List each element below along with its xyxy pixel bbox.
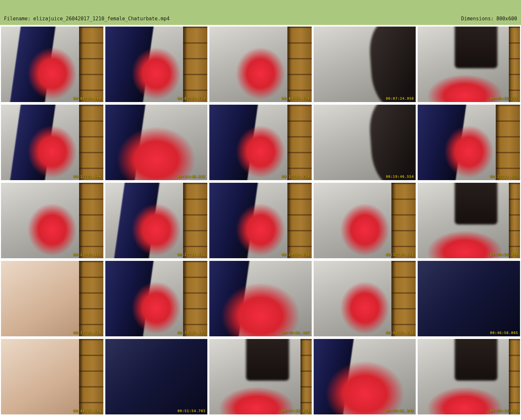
timestamp-overlay: 00:02:28.319 [177, 96, 205, 101]
shelf-backdrop [287, 105, 312, 180]
red-backdrop [28, 125, 77, 178]
shelf-backdrop [79, 183, 103, 258]
video-thumbnail: 00:42:01.427 [209, 261, 312, 336]
timestamp-overlay: 00:42:01.427 [281, 331, 309, 335]
video-thumbnail: 00:27:11.511 [105, 183, 208, 258]
dimensions-label: Dimensions: [461, 16, 493, 22]
timestamp-overlay: 00:34:36.469 [490, 253, 518, 257]
drape-backdrop [455, 339, 498, 381]
video-thumbnail: 00:44:29.746 [314, 261, 416, 336]
timestamp-overlay: 00:12:21.596 [73, 175, 101, 179]
shelf-backdrop [301, 339, 312, 414]
shelf-backdrop [79, 261, 103, 336]
shelf-backdrop [79, 105, 103, 180]
timestamp-overlay: 00:39:33.107 [177, 331, 205, 335]
timestamp-overlay: 00:37:04.788 [73, 331, 101, 335]
timestamp-overlay: 00:24:43.192 [73, 253, 101, 257]
video-thumbnail: 00:07:24.958 [314, 27, 416, 102]
timestamp-overlay: 00:46:58.065 [490, 331, 518, 335]
red-backdrop [236, 47, 285, 100]
thumbnail-grid: 00:00:00.00000:02:28.31900:04:56.63800:0… [0, 25, 521, 414]
shelf-backdrop [496, 105, 520, 180]
video-thumbnail: 00:49:26.384 [1, 339, 103, 414]
timestamp-overlay: 00:56:51.342 [386, 409, 414, 413]
timestamp-overlay: 00:59:19.661 [490, 409, 518, 413]
shelf-backdrop [391, 261, 416, 336]
timestamp-overlay: 00:29:39.830 [281, 253, 309, 257]
timestamp-overlay: 00:17:18.234 [281, 175, 309, 179]
timestamp-overlay: 00:07:24.958 [386, 96, 414, 101]
timestamp-overlay: 00:19:46.554 [386, 175, 414, 179]
video-thumbnail: 00:51:54.703 [105, 339, 208, 414]
video-thumbnail: 00:29:39.830 [209, 183, 312, 258]
video-thumbnail: 00:34:36.469 [418, 183, 520, 258]
shelf-backdrop [509, 183, 520, 258]
red-backdrop [340, 203, 389, 256]
video-thumbnail: 00:24:43.192 [1, 183, 103, 258]
dimensions-value: 800x600 [496, 16, 517, 22]
video-thumbnail: 00:09:53.277 [418, 27, 520, 102]
red-backdrop [28, 47, 77, 100]
timestamp-overlay: 00:14:49.915 [177, 175, 205, 179]
video-thumbnail: 00:59:19.661 [418, 339, 520, 414]
video-thumbnail: 00:46:58.065 [418, 261, 520, 336]
shelf-backdrop [287, 183, 312, 258]
video-thumbnail: 00:02:28.319 [105, 27, 208, 102]
video-thumbnail: 00:14:49.915 [105, 105, 208, 180]
video-thumbnail: 00:32:08.150 [314, 183, 416, 258]
red-backdrop [236, 125, 285, 178]
timestamp-overlay: 00:44:29.746 [386, 331, 414, 335]
drape-backdrop [455, 27, 498, 68]
video-thumbnail: 00:19:46.554 [314, 105, 416, 180]
red-backdrop [340, 282, 389, 334]
timestamp-overlay: 00:49:26.384 [73, 409, 101, 413]
shelf-backdrop [509, 27, 520, 102]
video-thumbnail: 00:17:18.234 [209, 105, 312, 180]
shelf-backdrop [509, 339, 520, 414]
red-backdrop [132, 47, 181, 100]
shelf-backdrop [183, 183, 207, 258]
timestamp-overlay: 00:27:11.511 [177, 253, 205, 257]
red-backdrop [444, 125, 493, 178]
timestamp-overlay: 00:54:23.023 [281, 409, 309, 413]
video-thumbnail: 00:39:33.107 [105, 261, 208, 336]
dimensions-line: Dimensions:800x600 [443, 15, 517, 22]
shelf-backdrop [183, 261, 207, 336]
wall-backdrop [418, 261, 520, 336]
timestamp-overlay: 00:04:56.638 [281, 96, 309, 101]
timestamp-overlay: 00:22:14.873 [490, 175, 518, 179]
drape-backdrop [455, 183, 498, 224]
red-backdrop [132, 282, 181, 334]
filename-value: elizajuice_26042017_1210_female_Chaturba… [33, 16, 169, 22]
timestamp-overlay: 00:09:53.277 [490, 96, 518, 101]
filename-label: Filename: [4, 16, 31, 22]
drape-backdrop [246, 339, 289, 381]
timestamp-overlay: 00:00:00.000 [73, 96, 101, 101]
video-thumbnail: 00:12:21.596 [1, 105, 103, 180]
red-backdrop [325, 361, 404, 414]
red-backdrop [221, 283, 300, 336]
red-backdrop [132, 203, 181, 256]
video-thumbnail: 00:56:51.342 [314, 339, 416, 414]
shelf-backdrop [391, 183, 416, 258]
video-thumbnail: 00:54:23.023 [209, 339, 312, 414]
red-backdrop [236, 203, 285, 256]
red-backdrop [117, 127, 196, 180]
timestamp-overlay: 00:32:08.150 [386, 253, 414, 257]
wall-backdrop [105, 339, 208, 414]
metadata-header: Filename:elizajuice_26042017_1210_female… [0, 0, 521, 25]
filename-line: Filename:elizajuice_26042017_1210_female… [4, 15, 170, 22]
video-thumbnail: 00:22:14.873 [418, 105, 520, 180]
video-thumbnail: 00:37:04.788 [1, 261, 103, 336]
video-thumbnail: 00:00:00.000 [1, 27, 103, 102]
timestamp-overlay: 00:51:54.703 [177, 409, 205, 413]
shelf-backdrop [79, 27, 103, 102]
shelf-backdrop [183, 27, 207, 102]
red-backdrop [28, 203, 77, 256]
video-thumbnail: 00:04:56.638 [209, 27, 312, 102]
shelf-backdrop [79, 339, 103, 414]
shelf-backdrop [287, 27, 312, 102]
